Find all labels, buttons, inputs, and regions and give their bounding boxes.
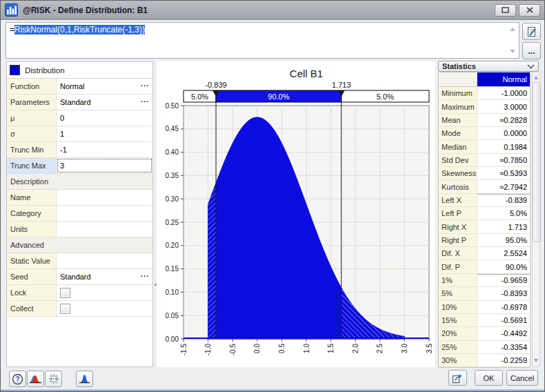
stat-value-skewness: ≈0.5393 bbox=[477, 167, 530, 179]
statistics-column-header: Normal bbox=[477, 72, 530, 86]
stat-row-median: Median0.1984 bbox=[439, 140, 530, 153]
stat-row-10: 10%-0.6978 bbox=[439, 301, 530, 314]
stat-row-dif-p: Dif. P90.0% bbox=[439, 260, 530, 273]
prop-value-units[interactable] bbox=[57, 222, 152, 237]
panel-splitter[interactable] bbox=[155, 61, 156, 367]
statistics-dropdown[interactable]: Statistics bbox=[438, 61, 539, 72]
stat-label-mode: Mode bbox=[439, 127, 477, 139]
stat-value-dif-x: 2.5524 bbox=[477, 247, 530, 259]
stat-label-minimum: Minimum bbox=[439, 87, 477, 99]
stat-label-30: 30% bbox=[439, 354, 477, 366]
app-logo-icon bbox=[5, 3, 18, 17]
prop-value-function[interactable]: Normal... bbox=[57, 79, 152, 94]
close-button[interactable] bbox=[519, 4, 540, 17]
maximize-icon bbox=[502, 7, 509, 13]
function-ellipsis-button[interactable]: ... bbox=[141, 79, 149, 88]
prop-value-parameters[interactable]: Standard... bbox=[57, 95, 152, 110]
lock-checkbox[interactable] bbox=[60, 288, 70, 298]
stat-label-dif-p: Dif. P bbox=[439, 260, 477, 273]
scrollbar-thumb[interactable] bbox=[533, 82, 541, 242]
formula-scroll-up-icon[interactable] bbox=[510, 28, 515, 31]
scroll-up-icon[interactable] bbox=[534, 76, 538, 79]
stat-value-mode: 0.0000 bbox=[477, 127, 530, 139]
distribution-view-button[interactable] bbox=[76, 371, 93, 387]
distribution-color-swatch[interactable] bbox=[10, 65, 20, 75]
x-axis-tick-label: 3.0 bbox=[401, 344, 408, 353]
stat-value-median: 0.1984 bbox=[477, 140, 530, 153]
cancel-button[interactable]: Cancel bbox=[506, 370, 538, 386]
collect-checkbox[interactable] bbox=[60, 304, 70, 314]
ok-button[interactable]: OK bbox=[475, 370, 503, 386]
statistics-corner-cell bbox=[439, 72, 477, 86]
stat-row-maximum: Maximum3.0000 bbox=[439, 100, 530, 113]
band-right-label: 5.0% bbox=[377, 92, 394, 101]
y-axis-tick-label: 0.20 bbox=[166, 242, 179, 249]
export-button[interactable] bbox=[448, 370, 467, 386]
stat-label-kurtosis: Kurtosis bbox=[439, 180, 477, 193]
help-button[interactable]: ? bbox=[9, 371, 26, 387]
stat-row-skewness: Skewness≈0.5393 bbox=[439, 167, 530, 180]
scroll-down-icon[interactable] bbox=[534, 359, 538, 362]
prop-row-seed: SeedStandard... bbox=[7, 269, 152, 285]
x-axis-tick-label: 3.5 bbox=[426, 344, 433, 353]
prop-row-trunc-min: Trunc Min-1 bbox=[7, 142, 152, 158]
stat-label-median: Median bbox=[439, 140, 477, 153]
delimiter-right-label: 1.713 bbox=[332, 81, 351, 89]
statistics-scrollbar[interactable] bbox=[532, 72, 540, 366]
red-blue-distribution-icon bbox=[29, 373, 42, 384]
statistics-panel: Statistics Normal Minimum-1.0000Maximum3… bbox=[438, 61, 541, 367]
prop-label-parameters: Parameters bbox=[7, 95, 57, 110]
stat-value-right-p: 95.0% bbox=[477, 234, 530, 246]
prop-label-seed: Seed bbox=[7, 269, 57, 284]
prop-value-row[interactable]: 0 bbox=[57, 110, 152, 126]
stat-row-1: 1%-0.9659 bbox=[439, 274, 530, 287]
gear-icon bbox=[48, 373, 60, 385]
distribution-chart: Cell B1-0.8391.7135.0%90.0%5.0%0.000.050… bbox=[157, 61, 435, 367]
more-options-button[interactable]: ... bbox=[522, 42, 541, 59]
stat-row-15: 15%-0.5691 bbox=[439, 314, 530, 327]
maximize-button[interactable] bbox=[495, 4, 516, 17]
window-title: @RISK - Define Distribution: B1 bbox=[23, 6, 492, 15]
stat-value-20: -0.4492 bbox=[477, 327, 530, 340]
prop-row-row: μ0 bbox=[7, 110, 152, 126]
x-axis-tick-label: -1.5 bbox=[180, 344, 188, 356]
stat-row-25: 25%-0.3354 bbox=[439, 341, 530, 354]
parameters-ellipsis-button[interactable]: ... bbox=[141, 95, 149, 104]
section-advanced: Advanced bbox=[7, 237, 152, 253]
prop-value-static-value[interactable] bbox=[57, 253, 152, 268]
distribution-properties-panel: Distribution FunctionNormal...Parameters… bbox=[6, 61, 153, 367]
prop-label-row: σ bbox=[7, 126, 57, 141]
fit-distribution-button[interactable] bbox=[27, 371, 44, 387]
stat-label-15: 15% bbox=[439, 314, 477, 326]
y-axis-tick-label: 0.50 bbox=[166, 102, 179, 110]
formula-scroll-down-icon[interactable] bbox=[510, 50, 515, 53]
prop-value-lock[interactable] bbox=[57, 285, 152, 300]
stat-row-right-p: Right P95.0% bbox=[439, 234, 530, 247]
edit-formula-button[interactable] bbox=[522, 23, 541, 40]
stat-value-10: -0.6978 bbox=[477, 301, 530, 313]
prop-value-trunc-max[interactable]: 3 bbox=[57, 158, 152, 173]
stat-row-left-x: Left X-0.839 bbox=[439, 194, 530, 207]
prop-value-trunc-min[interactable]: -1 bbox=[57, 142, 152, 157]
stat-row-30: 30%-0.2259 bbox=[439, 354, 530, 367]
y-axis-tick-label: 0.40 bbox=[166, 148, 179, 156]
stat-row-left-p: Left P5.0% bbox=[439, 207, 530, 220]
prop-value-collect[interactable] bbox=[57, 301, 152, 316]
seed-ellipsis-button[interactable]: ... bbox=[141, 270, 149, 278]
prop-value-row[interactable]: 1 bbox=[57, 126, 152, 141]
stat-value-left-x: -0.839 bbox=[477, 194, 530, 206]
stat-value-15: -0.5691 bbox=[477, 314, 530, 326]
x-axis-tick-label: 1.5 bbox=[327, 344, 335, 353]
close-icon bbox=[526, 7, 533, 13]
prop-value-seed[interactable]: Standard... bbox=[57, 269, 152, 284]
settings-button[interactable] bbox=[45, 371, 62, 387]
prop-value-category[interactable] bbox=[57, 206, 152, 221]
formula-input[interactable]: =RiskNormal(0,1,RiskTruncate(-1,3)) bbox=[6, 22, 519, 59]
distribution-header-label: Distribution bbox=[25, 66, 65, 75]
prop-label-collect: Collect bbox=[7, 301, 57, 316]
prop-value-name[interactable] bbox=[57, 190, 152, 205]
prop-row-static-value: Static Value bbox=[7, 253, 152, 269]
x-axis-tick-label: 2.5 bbox=[376, 344, 384, 353]
prop-row-trunc-max: Trunc Max3 bbox=[7, 158, 152, 174]
y-axis-tick-label: 0.15 bbox=[166, 265, 179, 273]
